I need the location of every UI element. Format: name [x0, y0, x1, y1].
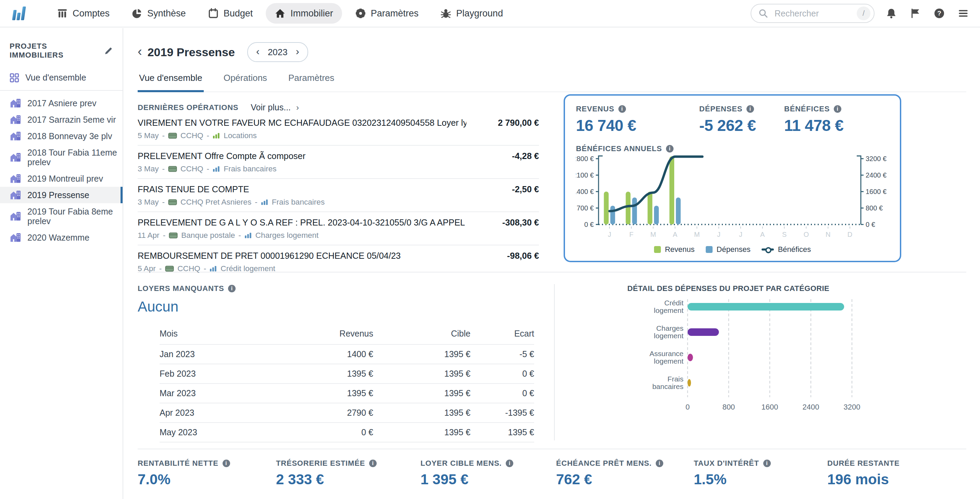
operation-account: CCHQ — [180, 164, 204, 174]
nav-item-comptes[interactable]: Comptes — [48, 3, 118, 24]
search-input[interactable] — [773, 8, 852, 19]
nav-item-playground[interactable]: Playground — [431, 3, 512, 24]
table-cell: -5 € — [471, 344, 534, 364]
sidebar-item-project[interactable]: 2019 Tour Fabia 8eme prelev — [0, 203, 123, 229]
menu-icon[interactable] — [956, 6, 970, 21]
info-icon[interactable]: i — [506, 459, 513, 467]
operation-amount: -2,50 € — [512, 184, 539, 194]
nav-item-synthèse[interactable]: Synthèse — [123, 3, 195, 24]
sidebar-item-project[interactable]: 2019 Montreuil prev — [0, 171, 123, 187]
nav-item-label: Budget — [224, 8, 253, 19]
svg-text:Assurancelogement: Assurancelogement — [649, 349, 684, 365]
operation-meta: 3 May-CCHQ-Frais bancaires — [138, 164, 539, 174]
operation-date: 5 May — [138, 131, 159, 140]
sidebar-overview-label: Vue d'ensemble — [25, 73, 86, 83]
operation-amount: -308,30 € — [502, 218, 539, 228]
search-icon — [758, 8, 768, 19]
sidebar-item-project[interactable]: 2018 Bonnevay 3e plv — [0, 128, 123, 144]
table-cell: 1395 € — [262, 384, 373, 403]
wallet-icon — [168, 199, 177, 206]
sidebar-item-project[interactable]: 2017 Asniere prev — [0, 95, 123, 112]
kpi-bénéfices: BÉNÉFICESi11 478 € — [784, 105, 843, 135]
svg-text:Fraisbancaires: Fraisbancaires — [652, 375, 684, 391]
sidebar-item-project[interactable]: 2020 Wazemme — [0, 229, 123, 246]
operation-row[interactable]: REMBOURSEMENT DE PRET 00001961290 ECHEAN… — [138, 246, 539, 278]
operations-title: DERNIÈRES OPÉRATIONS — [138, 103, 238, 112]
operation-account: CCHQ — [180, 131, 204, 140]
see-more-link[interactable]: Voir plus...› — [251, 102, 299, 112]
nav-item-label: Playground — [456, 8, 503, 19]
nav-item-label: Synthèse — [147, 8, 186, 19]
table-cell: 0 € — [471, 364, 534, 384]
app-logo-icon[interactable] — [10, 4, 30, 23]
svg-text:0: 0 — [686, 403, 690, 411]
svg-text:3200: 3200 — [844, 403, 861, 411]
help-icon[interactable]: ? — [932, 6, 947, 21]
operation-row[interactable]: PRELEVEMENT Offre Compte Ã composer-4,28… — [138, 146, 539, 179]
table-cell: 1395 € — [262, 364, 373, 384]
year-next-chevron[interactable]: › — [296, 46, 299, 58]
info-icon[interactable]: i — [666, 145, 673, 153]
svg-text:800 €: 800 € — [865, 204, 883, 212]
notifications-bell-icon[interactable] — [884, 6, 899, 21]
tab-vue-d-ensemble[interactable]: Vue d'ensemble — [138, 73, 204, 92]
table-cell: May 2023 — [159, 422, 262, 442]
stat-label: TRÉSORERIE ESTIMÉEi — [276, 459, 420, 468]
nav-item-budget[interactable]: Budget — [199, 3, 262, 24]
stat-label: DURÉE RESTANTE — [827, 459, 899, 468]
svg-text:A: A — [673, 231, 678, 238]
table-cell: 0 € — [262, 422, 373, 442]
stat-value: 1.5% — [694, 471, 827, 488]
operation-date: 3 May — [138, 164, 159, 174]
flag-icon[interactable] — [908, 6, 923, 21]
info-icon[interactable]: i — [834, 105, 841, 113]
edit-projects-pencil-icon[interactable] — [104, 46, 113, 55]
operation-amount: -98,06 € — [507, 251, 539, 261]
info-icon[interactable]: i — [619, 105, 626, 113]
nav-item-paramètres[interactable]: Paramètres — [346, 3, 428, 24]
budget-icon — [208, 8, 219, 19]
kpi-card: REVENUSi16 740 €DÉPENSESi-5 262 €BÉNÉFIC… — [564, 94, 901, 262]
operation-row[interactable]: PRELEVEMENT DE G A L Y O S.A REF : PREL.… — [138, 212, 539, 246]
info-icon[interactable]: i — [763, 459, 771, 467]
back-chevron-icon[interactable]: ‹ — [138, 45, 145, 59]
wallet-icon — [168, 166, 177, 172]
table-row: Apr 20232790 €1395 €-1395 € — [159, 403, 534, 422]
info-icon[interactable]: i — [369, 459, 377, 467]
operation-row[interactable]: VIREMENT EN VOTRE FAVEUR MC ECHAFAUDAGE … — [138, 112, 539, 146]
wallet-icon — [168, 132, 177, 139]
separator: - — [238, 231, 241, 240]
sidebar-item-label: 2019 Montreuil prev — [27, 174, 103, 183]
legend-label: Revenus — [665, 245, 695, 254]
info-icon[interactable]: i — [746, 105, 754, 113]
sidebar-item-label: 2017 Sarrazin 5eme vir — [27, 115, 116, 124]
year-value: 2023 — [268, 47, 288, 57]
annual-chart-title: BÉNÉFICES ANNUELSi — [576, 144, 889, 153]
operation-row[interactable]: FRAIS TENUE DE COMPTE-2,50 €3 May-CCHQ P… — [138, 179, 539, 212]
info-icon[interactable]: i — [228, 285, 235, 292]
search-box[interactable]: / — [751, 4, 875, 23]
nav-item-immobilier[interactable]: Immobilier — [266, 3, 342, 24]
building-icon — [10, 115, 22, 124]
building-icon — [10, 153, 22, 162]
year-prev-chevron[interactable]: ‹ — [256, 46, 259, 58]
info-icon[interactable]: i — [223, 459, 230, 467]
sidebar-item-overview[interactable]: Vue d'ensemble — [0, 68, 123, 90]
category-bars-icon — [261, 199, 269, 205]
building-icon — [10, 98, 22, 108]
stat-value: 762 € — [556, 471, 694, 488]
expenses-panel: DÉTAIL DES DÉPENSES DU PROJET PAR CATÉGO… — [627, 284, 881, 449]
svg-text:800: 800 — [722, 403, 735, 411]
info-icon[interactable]: i — [656, 459, 663, 467]
gear-icon — [355, 8, 366, 19]
separator: - — [162, 131, 165, 140]
stat-loyer-cible-mens-: LOYER CIBLE MENS.i1 395 € — [420, 459, 556, 488]
kpi-revenus: REVENUSi16 740 € — [576, 105, 699, 135]
tab-param-tres[interactable]: Paramètres — [287, 73, 336, 91]
sidebar-item-project[interactable]: 2018 Tour Fabia 11eme prelev — [0, 144, 123, 171]
missing-rents-panel: LOYERS MANQUANTSi Aucun MoisRevenusCible… — [138, 284, 539, 449]
main-content: ‹ 2019 Pressense ‹ 2023 › Vue d'ensemble… — [123, 42, 980, 488]
sidebar-item-project[interactable]: 2017 Sarrazin 5eme vir — [0, 112, 123, 128]
tab-op-rations[interactable]: Opérations — [222, 73, 269, 91]
sidebar-item-project[interactable]: 2019 Pressense — [0, 187, 123, 203]
